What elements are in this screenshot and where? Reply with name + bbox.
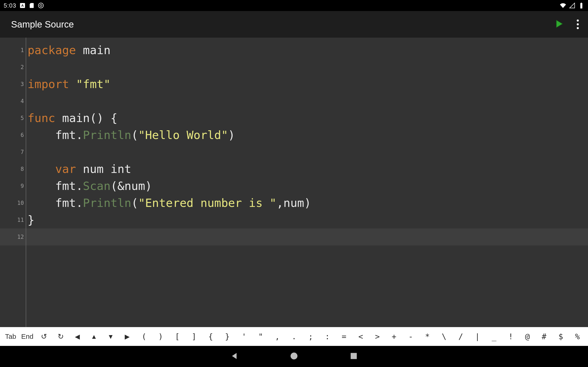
code-line[interactable] [26,93,588,110]
code-line[interactable]: fmt.Scan(&num) [26,177,588,194]
keyboard-icon: A [19,2,26,8]
sym-key-down[interactable]: ▼ [102,332,119,341]
line-number: 6 [0,127,26,144]
app-bar: Sample Source [0,11,588,38]
sym-key-equals[interactable]: = [336,332,353,341]
line-number: 7 [0,144,26,161]
android-status-bar: 5:03 A [0,0,588,11]
nav-recents-button[interactable] [349,351,358,361]
sym-key-dollar[interactable]: $ [552,332,569,341]
nav-back-button[interactable] [230,351,239,361]
svg-point-7 [291,352,297,359]
line-number: 5 [0,110,26,127]
sdcard-icon [29,2,35,8]
sym-key-squote[interactable]: ' [236,332,252,341]
svg-text:A: A [21,3,24,7]
page-title: Sample Source [11,19,74,30]
svg-rect-8 [351,353,357,359]
sym-key-colon[interactable]: : [319,332,336,341]
code-line[interactable]: fmt.Println("Entered number is ",num) [26,194,588,211]
sym-key-lt[interactable]: < [352,332,369,341]
line-number: 12 [0,228,26,245]
code-editor[interactable]: 123456789101112 package mainimport "fmt"… [0,38,588,327]
sym-key-semicolon[interactable]: ; [302,332,319,341]
line-number: 11 [0,211,26,228]
wifi-icon [560,2,566,8]
battery-icon [578,2,584,8]
svg-point-5 [577,23,579,25]
line-number: 4 [0,93,26,110]
sym-key-period[interactable]: . [286,332,303,341]
sym-key-comma[interactable]: , [269,332,286,341]
triangle-back-icon [230,351,239,361]
code-area[interactable]: package mainimport "fmt"func main() { fm… [26,38,588,327]
line-number: 1 [0,42,26,59]
sym-key-up[interactable]: ▲ [86,332,103,341]
sym-key-tab[interactable]: Tab [2,333,19,340]
sym-key-minus[interactable]: - [402,332,419,341]
svg-point-6 [577,27,579,29]
sym-key-right[interactable]: ▶ [119,332,136,341]
android-nav-bar [0,346,588,367]
sym-key-rparen[interactable]: ) [152,332,169,341]
code-line[interactable] [26,144,588,161]
run-button[interactable] [554,19,564,30]
sym-key-pipe[interactable]: | [469,332,486,341]
symbol-toolbar: TabEnd↺↻◀▲▼▶()[]{}'",.;:=<>+-*\/|_!@#$% [0,327,588,346]
sym-key-hash[interactable]: # [536,332,553,341]
sym-key-dquote[interactable]: " [252,332,269,341]
svg-point-2 [38,3,43,8]
sym-key-lbrace[interactable]: { [202,332,219,341]
overflow-menu-button[interactable] [573,19,582,29]
sym-key-at[interactable]: @ [519,332,536,341]
line-number: 10 [0,194,26,211]
circle-home-icon [289,351,299,361]
sym-key-redo[interactable]: ↻ [52,332,69,341]
line-number: 2 [0,59,26,76]
code-line[interactable]: func main() { [26,110,588,127]
sym-key-bang[interactable]: ! [502,332,519,341]
sym-key-end[interactable]: End [19,333,36,340]
sym-key-lparen[interactable]: ( [136,332,153,341]
nav-home-button[interactable] [289,351,299,361]
sym-key-left[interactable]: ◀ [69,332,86,341]
code-line[interactable] [26,228,588,245]
cell-signal-icon [569,2,575,8]
code-line[interactable]: fmt.Println("Hello World") [26,127,588,144]
sym-key-rbracket[interactable]: ] [186,332,202,341]
code-line[interactable]: var num int [26,161,588,177]
sym-key-percent[interactable]: % [569,332,586,341]
sym-key-slash[interactable]: / [452,332,469,341]
sym-key-underscore[interactable]: _ [486,332,502,341]
sym-key-lbracket[interactable]: [ [169,332,186,341]
sym-key-undo[interactable]: ↺ [36,332,52,341]
code-line[interactable]: } [26,211,588,228]
sym-key-backslash[interactable]: \ [436,332,452,341]
dnd-icon [38,2,44,8]
line-number: 8 [0,161,26,177]
sym-key-rbrace[interactable]: } [219,332,236,341]
kebab-icon [577,19,579,29]
code-line[interactable]: import "fmt" [26,76,588,93]
sym-key-star[interactable]: * [419,332,436,341]
square-recents-icon [349,351,358,361]
svg-point-4 [577,19,579,22]
svg-point-3 [40,5,42,7]
sym-key-gt[interactable]: > [369,332,386,341]
code-line[interactable]: package main [26,42,588,59]
line-number-gutter: 123456789101112 [0,38,26,327]
line-number: 3 [0,76,26,93]
line-number: 9 [0,177,26,194]
play-icon [554,19,564,29]
sym-key-plus[interactable]: + [386,332,402,341]
code-line[interactable] [26,59,588,76]
status-time: 5:03 [4,2,16,9]
